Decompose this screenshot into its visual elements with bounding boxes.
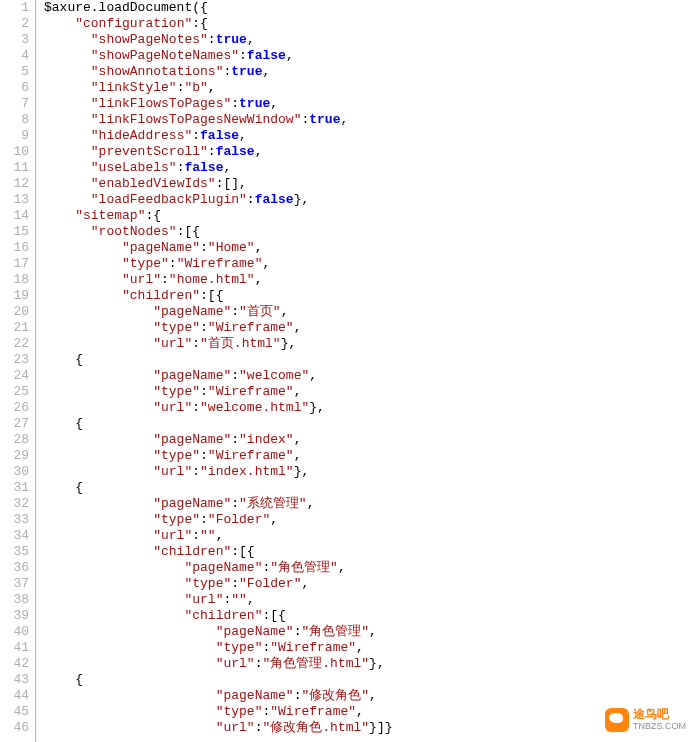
line-number: 12: [0, 176, 29, 192]
code-line: "configuration":{: [44, 16, 392, 32]
line-number: 7: [0, 96, 29, 112]
code-line: "useLabels":false,: [44, 160, 392, 176]
line-number: 15: [0, 224, 29, 240]
line-number: 33: [0, 512, 29, 528]
code-line: "type":"Wireframe",: [44, 640, 392, 656]
line-number: 26: [0, 400, 29, 416]
line-number: 11: [0, 160, 29, 176]
code-line: {: [44, 672, 392, 688]
code-line: "url":"",: [44, 592, 392, 608]
code-content[interactable]: $axure.loadDocument({ "configuration":{ …: [36, 0, 392, 742]
code-line: "type":"Folder",: [44, 576, 392, 592]
code-line: {: [44, 416, 392, 432]
line-number: 35: [0, 544, 29, 560]
line-number: 22: [0, 336, 29, 352]
code-line: "type":"Wireframe",: [44, 384, 392, 400]
watermark-name: 途鸟吧: [633, 708, 686, 720]
code-line: "url":"角色管理.html"},: [44, 656, 392, 672]
code-line: "children":[{: [44, 544, 392, 560]
line-number: 6: [0, 80, 29, 96]
line-number: 17: [0, 256, 29, 272]
code-line: "url":"index.html"},: [44, 464, 392, 480]
line-number: 43: [0, 672, 29, 688]
code-line: "rootNodes":[{: [44, 224, 392, 240]
code-line: {: [44, 352, 392, 368]
code-line: "type":"Wireframe",: [44, 256, 392, 272]
line-number: 45: [0, 704, 29, 720]
line-number: 32: [0, 496, 29, 512]
code-line: "loadFeedbackPlugin":false},: [44, 192, 392, 208]
line-number: 30: [0, 464, 29, 480]
code-line: "type":"Wireframe",: [44, 704, 392, 720]
code-line: "sitemap":{: [44, 208, 392, 224]
line-number: 16: [0, 240, 29, 256]
watermark: 途鸟吧 TNBZS.COM: [605, 708, 686, 732]
code-line: "url":"welcome.html"},: [44, 400, 392, 416]
line-number: 40: [0, 624, 29, 640]
line-number: 23: [0, 352, 29, 368]
line-number: 18: [0, 272, 29, 288]
line-number: 13: [0, 192, 29, 208]
line-number: 14: [0, 208, 29, 224]
code-line: "linkFlowsToPagesNewWindow":true,: [44, 112, 392, 128]
line-number: 24: [0, 368, 29, 384]
line-number: 39: [0, 608, 29, 624]
line-number: 5: [0, 64, 29, 80]
line-number: 42: [0, 656, 29, 672]
code-line: "showAnnotations":true,: [44, 64, 392, 80]
line-number: 8: [0, 112, 29, 128]
code-line: "url":"首页.html"},: [44, 336, 392, 352]
code-line: "pageName":"index",: [44, 432, 392, 448]
code-line: "pageName":"系统管理",: [44, 496, 392, 512]
watermark-url: TNBZS.COM: [633, 720, 686, 732]
line-number: 9: [0, 128, 29, 144]
code-line: "pageName":"Home",: [44, 240, 392, 256]
watermark-text: 途鸟吧 TNBZS.COM: [633, 708, 686, 732]
code-line: "url":"",: [44, 528, 392, 544]
code-line: "children":[{: [44, 608, 392, 624]
code-line: $axure.loadDocument({: [44, 0, 392, 16]
code-line: "preventScroll":false,: [44, 144, 392, 160]
line-number: 2: [0, 16, 29, 32]
code-line: "pageName":"修改角色",: [44, 688, 392, 704]
code-line: "showPageNoteNames":false,: [44, 48, 392, 64]
line-number: 38: [0, 592, 29, 608]
line-number: 44: [0, 688, 29, 704]
line-number: 37: [0, 576, 29, 592]
line-number: 28: [0, 432, 29, 448]
line-number: 10: [0, 144, 29, 160]
code-line: "linkFlowsToPages":true,: [44, 96, 392, 112]
code-line: "enabledViewIds":[],: [44, 176, 392, 192]
line-number: 34: [0, 528, 29, 544]
code-line: "url":"home.html",: [44, 272, 392, 288]
code-line: "type":"Wireframe",: [44, 448, 392, 464]
line-number: 29: [0, 448, 29, 464]
line-number: 21: [0, 320, 29, 336]
code-line: {: [44, 480, 392, 496]
code-line: "linkStyle":"b",: [44, 80, 392, 96]
line-number: 4: [0, 48, 29, 64]
line-number: 41: [0, 640, 29, 656]
line-number: 36: [0, 560, 29, 576]
code-line: "showPageNotes":true,: [44, 32, 392, 48]
line-number: 27: [0, 416, 29, 432]
code-line: "type":"Folder",: [44, 512, 392, 528]
code-line: "hideAddress":false,: [44, 128, 392, 144]
line-number: 25: [0, 384, 29, 400]
line-number: 46: [0, 720, 29, 736]
code-line: "pageName":"首页",: [44, 304, 392, 320]
code-line: "pageName":"角色管理",: [44, 560, 392, 576]
code-line: "type":"Wireframe",: [44, 320, 392, 336]
line-number: 1: [0, 0, 29, 16]
line-number: 20: [0, 304, 29, 320]
code-line: "children":[{: [44, 288, 392, 304]
line-number-gutter: 1234567891011121314151617181920212223242…: [0, 0, 36, 742]
line-number: 3: [0, 32, 29, 48]
bird-icon: [605, 708, 629, 732]
line-number: 19: [0, 288, 29, 304]
code-editor: 1234567891011121314151617181920212223242…: [0, 0, 694, 742]
code-line: "pageName":"角色管理",: [44, 624, 392, 640]
code-line: "pageName":"welcome",: [44, 368, 392, 384]
line-number: 31: [0, 480, 29, 496]
code-line: "url":"修改角色.html"}]}: [44, 720, 392, 736]
